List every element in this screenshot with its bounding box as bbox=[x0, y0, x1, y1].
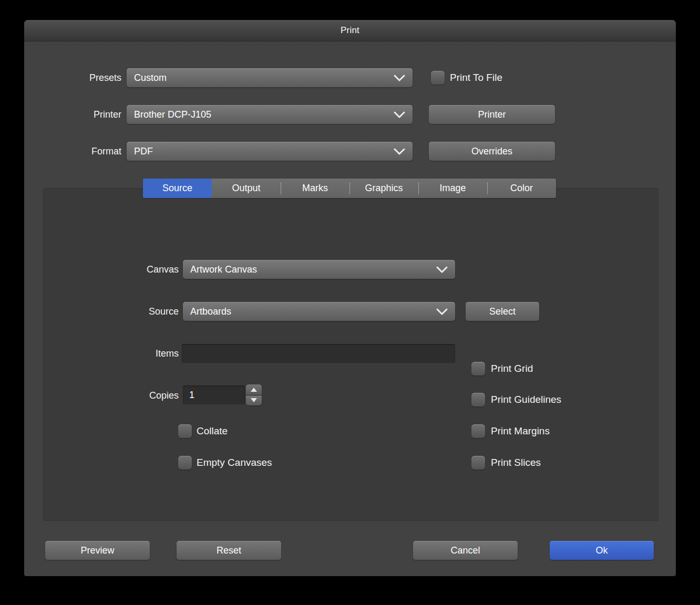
stepper-up-button[interactable] bbox=[246, 384, 262, 395]
arrow-up-icon bbox=[251, 388, 257, 392]
print-dialog: Print Presets Custom Print To File Print… bbox=[24, 20, 676, 576]
select-artboards-button[interactable]: Select bbox=[466, 302, 539, 321]
chevron-down-icon bbox=[436, 308, 448, 315]
source-label: Source bbox=[77, 302, 179, 321]
chevron-down-icon bbox=[394, 111, 405, 118]
format-value: PDF bbox=[134, 146, 389, 157]
chevron-down-icon bbox=[394, 75, 405, 81]
overrides-button[interactable]: Overrides bbox=[429, 142, 555, 161]
tab-source[interactable]: Source bbox=[143, 179, 212, 198]
source-value: Artboards bbox=[190, 306, 432, 317]
tab-graphics[interactable]: Graphics bbox=[349, 179, 418, 198]
empty-canvases-checkbox[interactable] bbox=[178, 456, 192, 470]
copies-stepper bbox=[246, 384, 262, 405]
collate-checkbox[interactable] bbox=[178, 424, 192, 438]
print-guidelines-checkbox[interactable] bbox=[471, 393, 485, 406]
tab-output[interactable]: Output bbox=[212, 179, 281, 198]
print-slices-label: Print Slices bbox=[491, 456, 541, 470]
tab-color[interactable]: Color bbox=[487, 179, 556, 198]
cancel-button[interactable]: Cancel bbox=[413, 541, 518, 560]
printer-dropdown[interactable]: Brother DCP-J105 bbox=[127, 105, 413, 124]
printer-label: Printer bbox=[35, 105, 121, 124]
chevron-down-icon bbox=[436, 266, 448, 273]
print-grid-label: Print Grid bbox=[491, 362, 533, 375]
print-margins-checkbox[interactable] bbox=[471, 424, 485, 438]
tab-marks[interactable]: Marks bbox=[281, 179, 349, 198]
copies-input[interactable] bbox=[183, 385, 245, 404]
print-tabs: Source Output Marks Graphics Image Color bbox=[143, 179, 556, 198]
print-to-file-label: Print To File bbox=[450, 71, 502, 85]
format-dropdown[interactable]: PDF bbox=[127, 142, 413, 161]
canvas-label: Canvas bbox=[77, 260, 179, 279]
collate-label: Collate bbox=[197, 424, 228, 438]
print-guidelines-label: Print Guidelines bbox=[491, 393, 561, 406]
items-input[interactable] bbox=[182, 344, 455, 363]
dialog-titlebar[interactable]: Print bbox=[24, 20, 676, 41]
print-to-file-checkbox[interactable] bbox=[431, 71, 445, 85]
print-grid-checkbox[interactable] bbox=[471, 362, 485, 375]
arrow-down-icon bbox=[251, 398, 257, 402]
stepper-down-button[interactable] bbox=[246, 395, 262, 406]
presets-value: Custom bbox=[134, 72, 389, 84]
reset-button[interactable]: Reset bbox=[177, 541, 281, 560]
preview-button[interactable]: Preview bbox=[45, 541, 150, 560]
screen-background: Print Presets Custom Print To File Print… bbox=[0, 0, 700, 605]
printer-settings-button[interactable]: Printer bbox=[429, 105, 555, 124]
chevron-down-icon bbox=[394, 148, 405, 155]
print-margins-label: Print Margins bbox=[491, 424, 550, 438]
presets-dropdown[interactable]: Custom bbox=[127, 68, 413, 87]
dialog-title: Print bbox=[341, 25, 359, 36]
empty-canvases-label: Empty Canvases bbox=[197, 456, 272, 470]
format-label: Format bbox=[35, 142, 121, 161]
canvas-value: Artwork Canvas bbox=[190, 264, 432, 275]
items-label: Items bbox=[77, 344, 179, 363]
ok-button[interactable]: Ok bbox=[550, 541, 654, 560]
tab-image[interactable]: Image bbox=[418, 179, 487, 198]
source-dropdown[interactable]: Artboards bbox=[183, 302, 455, 321]
printer-value: Brother DCP-J105 bbox=[134, 109, 389, 120]
copies-label: Copies bbox=[77, 386, 179, 405]
canvas-dropdown[interactable]: Artwork Canvas bbox=[183, 260, 455, 279]
print-slices-checkbox[interactable] bbox=[471, 456, 485, 470]
presets-label: Presets bbox=[35, 68, 121, 87]
